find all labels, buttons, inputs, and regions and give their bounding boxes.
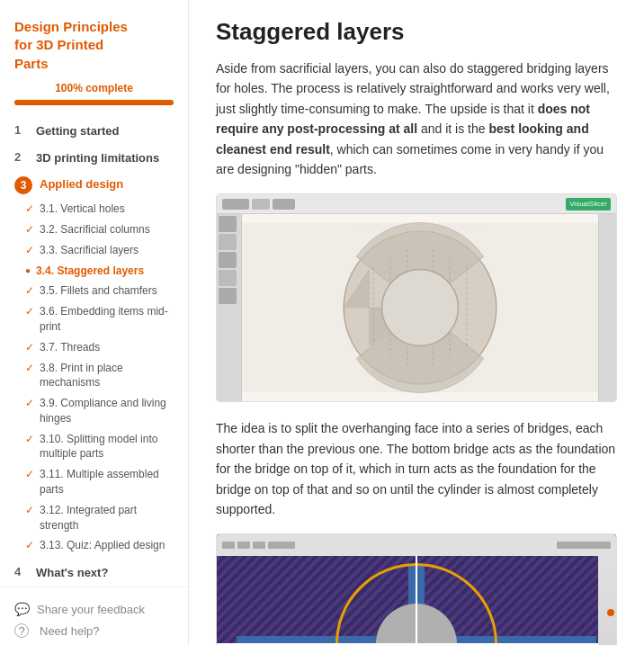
crosshair-vertical	[416, 556, 417, 645]
sub-label-3-5: 3.5. Fillets and chamfers	[40, 283, 157, 299]
sub-label-3-2: 3.2. Sacrificial columns	[40, 222, 150, 237]
nav-section-4[interactable]: 4 What's next?	[0, 560, 188, 587]
section-num-1: 1	[14, 123, 32, 137]
toolbar-dot-3	[253, 542, 265, 549]
check-icon-3-3: ✓	[25, 244, 34, 256]
check-icon-3-8: ✓	[25, 362, 34, 374]
toolbar-dot-4	[268, 542, 295, 549]
section-label-1: Getting started	[36, 123, 119, 139]
section-label-2: 3D printing limitations	[36, 150, 159, 166]
section-num-2: 2	[14, 150, 32, 164]
title-line3: Parts	[14, 56, 49, 71]
section-label-4: What's next?	[36, 565, 108, 581]
slicer-main-view	[217, 556, 616, 645]
section-num-3: 3	[14, 176, 32, 194]
nav-section-1[interactable]: 1 Getting started	[0, 118, 188, 145]
slicer-image: View Simulate layer Show Options	[216, 533, 617, 645]
check-icon-3-7: ✓	[25, 341, 34, 354]
slicer-toolbar	[217, 534, 616, 556]
toolbar-dot-2	[237, 542, 250, 549]
nav-section-2[interactable]: 2 3D printing limitations	[0, 145, 188, 172]
dot-icon-3-4: ●	[25, 265, 31, 275]
progress-bar-container	[14, 100, 174, 105]
progress-section: 100% complete	[0, 82, 188, 118]
feedback-label: Share your feedback	[37, 603, 145, 616]
right-ruler	[598, 556, 616, 645]
nav-sub-3-8[interactable]: ✓ 3.8. Print in place mechanisms	[0, 358, 188, 394]
check-icon-3-13: ✓	[25, 539, 34, 551]
toolbar-settings	[557, 542, 611, 549]
help-label: Need help?	[40, 624, 100, 638]
nav-sub-3-10[interactable]: ✓ 3.10. Splitting model into multiple pa…	[0, 429, 188, 465]
nav-sub-3-2[interactable]: ✓ 3.2. Sacrificial columns	[0, 219, 188, 240]
nav-sub-3-6[interactable]: ✓ 3.6. Embedding items mid-print	[0, 301, 188, 337]
course-title-link[interactable]: Design Principles for 3D Printed Parts	[14, 19, 128, 71]
sub-label-3-1: 3.1. Vertical holes	[40, 202, 125, 217]
nav-sub-3-9[interactable]: ✓ 3.9. Compliance and living hinges	[0, 393, 188, 429]
course-nav: 1 Getting started 2 3D printing limitati…	[0, 118, 188, 587]
progress-label: 100% complete	[14, 82, 174, 94]
check-icon-3-10: ✓	[25, 433, 34, 445]
nav-sub-3-4[interactable]: ● 3.4. Staggered layers	[0, 261, 188, 282]
feedback-link[interactable]: 💬 Share your feedback	[14, 598, 174, 620]
sub-label-3-4: 3.4. Staggered layers	[36, 264, 144, 279]
slicer-bg	[217, 556, 616, 645]
section-label-3: Applied design	[40, 176, 123, 193]
sub-label-3-11: 3.11. Multiple assembled parts	[40, 467, 174, 497]
nav-sub-3-3[interactable]: ✓ 3.3. Sacrificial layers	[0, 240, 188, 261]
nav-sub-3-12[interactable]: ✓ 3.12. Integrated part strength	[0, 500, 188, 536]
body-paragraph: The idea is to split the overhanging fac…	[216, 418, 617, 519]
help-icon: ?	[14, 623, 29, 638]
title-line2: for 3D Printed	[14, 37, 103, 52]
slicer-image-inner: View Simulate layer Show Options	[217, 534, 616, 645]
page-title: Staggered layers	[216, 18, 617, 46]
course-title[interactable]: Design Principles for 3D Printed Parts	[0, 18, 188, 82]
nav-sub-3-13[interactable]: ✓ 3.13. Quiz: Applied design	[0, 535, 188, 556]
feedback-icon: 💬	[14, 602, 30, 616]
toolbar-dot-1	[222, 542, 235, 549]
cad-image-1: VisualSlicer	[216, 193, 617, 402]
progress-bar-fill	[14, 100, 174, 105]
cad-image-inner-1: VisualSlicer	[217, 194, 616, 401]
check-icon-3-6: ✓	[25, 305, 34, 318]
check-icon-3-12: ✓	[25, 504, 34, 516]
sub-label-3-6: 3.6. Embedding items mid-print	[40, 304, 174, 335]
sub-label-3-8: 3.8. Print in place mechanisms	[40, 361, 174, 391]
sidebar-footer: 💬 Share your feedback ? Need help?	[0, 587, 188, 645]
check-icon-3-9: ✓	[25, 397, 34, 409]
nav-section-3[interactable]: 3 Applied design	[0, 172, 188, 199]
sub-label-3-10: 3.10. Splitting model into multiple part…	[40, 432, 174, 462]
nav-sub-3-11[interactable]: ✓ 3.11. Multiple assembled parts	[0, 464, 188, 500]
check-icon-3-11: ✓	[25, 468, 34, 480]
nav-sub-3-1[interactable]: ✓ 3.1. Vertical holes	[0, 199, 188, 219]
sidebar: Design Principles for 3D Printed Parts 1…	[0, 0, 189, 645]
main-content: Staggered layers Aside from sacrificial …	[189, 0, 644, 645]
sub-label-3-3: 3.3. Sacrificial layers	[40, 243, 139, 258]
nav-sub-3-7[interactable]: ✓ 3.7. Threads	[0, 337, 188, 358]
check-icon-3-5: ✓	[25, 284, 34, 297]
sub-label-3-12: 3.12. Integrated part strength	[40, 503, 174, 533]
check-icon-3-2: ✓	[25, 223, 34, 236]
sub-label-3-9: 3.9. Compliance and living hinges	[40, 396, 174, 426]
intro-paragraph: Aside from sacrificial layers, you can a…	[216, 58, 617, 179]
sub-label-3-7: 3.7. Threads	[40, 340, 100, 355]
section-num-4: 4	[14, 565, 32, 578]
svg-point-9	[382, 270, 459, 346]
check-icon-3-1: ✓	[25, 202, 34, 215]
title-line1: Design Principles	[14, 19, 128, 34]
nav-sub-3-5[interactable]: ✓ 3.5. Fillets and chamfers	[0, 281, 188, 301]
help-link[interactable]: ? Need help?	[14, 620, 174, 641]
sub-label-3-13: 3.13. Quiz: Applied design	[40, 538, 165, 553]
